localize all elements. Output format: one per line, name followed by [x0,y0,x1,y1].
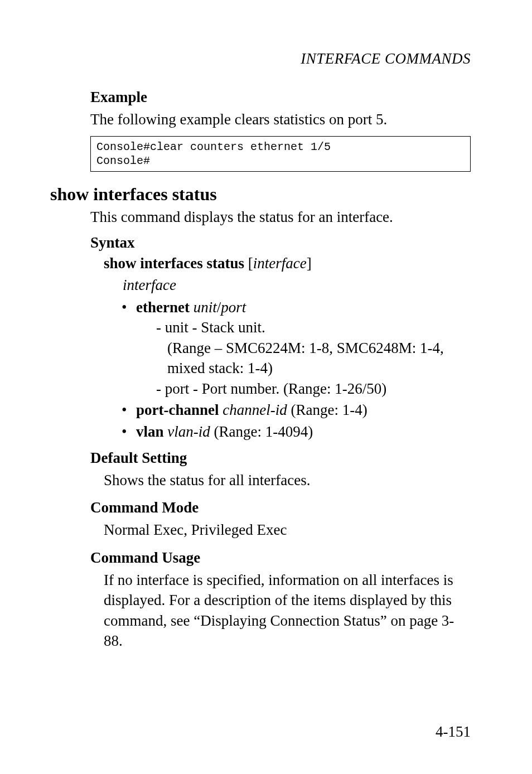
command-usage-body: If no interface is specified, informatio… [104,570,471,651]
bullet-vlan: vlan vlan-id (Range: 1-4094) [122,422,471,442]
portchannel-rest: (Range: 1-4) [287,401,367,418]
syntax-param: interface [123,277,471,294]
syntax-interface: interface [253,255,307,272]
command-mode-heading: Command Mode [90,499,471,516]
bullet-port-channel: port-channel channel-id (Range: 1-4) [122,400,471,420]
default-setting-heading: Default Setting [90,449,471,467]
ethernet-unit-arg: unit [194,299,217,316]
vlan-rest: (Range: 1-4094) [210,423,313,440]
ethernet-unit-range: (Range – SMC6224M: 1-8, SMC6248M: 1-4, m… [167,338,471,379]
syntax-bullets: ethernet unit/port - unit - Stack unit. … [122,297,471,442]
vlan-arg: vlan-id [167,423,210,440]
command-usage-heading: Command Usage [90,549,471,567]
syntax-line: show interfaces status [interface] [104,255,471,272]
page-number: 4-151 [436,723,471,741]
syntax-bracket-open: [ [244,255,253,272]
command-description: This command displays the status for an … [90,207,471,227]
example-intro: The following example clears statistics … [90,109,471,129]
ethernet-keyword: ethernet [136,299,190,316]
ethernet-port-label: - port - Port number. (Range: 1-26/50) [156,379,471,399]
example-heading: Example [90,89,471,106]
vlan-keyword: vlan [136,423,164,440]
ethernet-port-arg: port [221,299,246,316]
page: INTERFACE COMMANDS Example The following… [0,0,532,774]
running-head: INTERFACE COMMANDS [50,50,471,67]
portchannel-keyword: port-channel [136,401,219,418]
default-setting-body: Shows the status for all interfaces. [104,470,471,490]
portchannel-arg: channel-id [223,401,287,418]
bullet-ethernet: ethernet unit/port - unit - Stack unit. … [122,297,471,399]
syntax-heading: Syntax [90,234,471,251]
ethernet-unit-label: - unit - Stack unit. [156,317,471,337]
syntax-bracket-close: ] [307,255,312,272]
command-mode-body: Normal Exec, Privileged Exec [104,520,471,540]
code-block: Console#clear counters ethernet 1/5 Cons… [90,136,471,172]
syntax-command: show interfaces status [104,255,244,272]
command-title: show interfaces status [50,184,471,205]
